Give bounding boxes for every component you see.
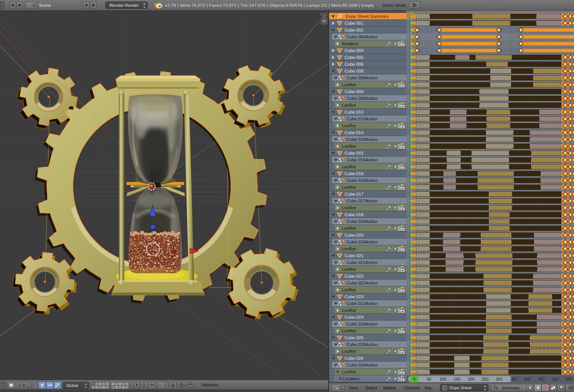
svg-text:450: 450 bbox=[538, 377, 545, 381]
svg-text:150: 150 bbox=[454, 377, 460, 381]
svg-text:X Location: X Location bbox=[339, 376, 359, 381]
svg-text:0: 0 bbox=[413, 377, 416, 381]
svg-text:Cube.026Action: Cube.026Action bbox=[346, 363, 378, 367]
svg-text:Cube.024Action: Cube.024Action bbox=[346, 322, 378, 326]
svg-text:LocRot: LocRot bbox=[342, 288, 356, 292]
svg-text:LocRot: LocRot bbox=[342, 164, 356, 169]
svg-text:LocRot: LocRot bbox=[342, 185, 356, 190]
svg-text:LocRot: LocRot bbox=[342, 267, 356, 272]
svg-text:Cube.009Action: Cube.009Action bbox=[346, 96, 378, 101]
svg-text:Cube.021Action: Cube.021Action bbox=[346, 260, 378, 265]
svg-text:LocRot: LocRot bbox=[342, 103, 356, 107]
svg-text:Cube.009: Cube.009 bbox=[345, 89, 364, 94]
svg-text:100: 100 bbox=[440, 377, 446, 381]
svg-text:LocRot: LocRot bbox=[342, 370, 356, 374]
svg-text:LocRot: LocRot bbox=[342, 144, 356, 149]
svg-text:550: 550 bbox=[566, 377, 573, 381]
svg-text:LocRot: LocRot bbox=[342, 349, 356, 354]
svg-text:Cube.024: Cube.024 bbox=[345, 315, 364, 319]
svg-text:Cube.014: Cube.014 bbox=[345, 130, 364, 135]
svg-text:Cube.002: Cube.002 bbox=[345, 28, 364, 32]
svg-text:Cube.004: Cube.004 bbox=[345, 48, 364, 53]
svg-text:Cube.017Action: Cube.017Action bbox=[346, 199, 378, 203]
svg-text:Cube.016: Cube.016 bbox=[345, 171, 364, 176]
svg-text:LocRot: LocRot bbox=[342, 123, 356, 128]
svg-text:Cube.008: Cube.008 bbox=[345, 69, 364, 73]
svg-text:Cube.025: Cube.025 bbox=[345, 335, 364, 340]
svg-text:Cube.015: Cube.015 bbox=[345, 151, 364, 155]
svg-text:Cube.016Action: Cube.016Action bbox=[346, 178, 378, 183]
svg-text:Cube.025Action: Cube.025Action bbox=[346, 342, 378, 347]
svg-text:Dope Sheet Summary: Dope Sheet Summary bbox=[346, 14, 389, 19]
svg-text:250: 250 bbox=[482, 377, 489, 381]
svg-text:Cube.001: Cube.001 bbox=[345, 21, 364, 25]
svg-text:LocRot: LocRot bbox=[342, 247, 356, 251]
svg-text:Cube.004Action: Cube.004Action bbox=[346, 35, 378, 39]
svg-text:Cube.023Action: Cube.023Action bbox=[346, 301, 378, 306]
svg-text:Cube.014Action: Cube.014Action bbox=[346, 137, 378, 142]
svg-text:200: 200 bbox=[468, 377, 474, 381]
svg-text:50: 50 bbox=[427, 377, 431, 381]
svg-text:Rotation: Rotation bbox=[342, 41, 358, 46]
svg-text:300: 300 bbox=[496, 377, 503, 381]
svg-text:Cube.022: Cube.022 bbox=[345, 274, 364, 278]
svg-text:LocRot: LocRot bbox=[342, 329, 356, 333]
svg-text:Cube.022Action: Cube.022Action bbox=[346, 281, 378, 285]
svg-text:Cube.005: Cube.005 bbox=[345, 55, 364, 60]
svg-text:Cube.023: Cube.023 bbox=[345, 294, 364, 299]
svg-text:LocRot: LocRot bbox=[342, 82, 356, 87]
svg-text:Cube.017: Cube.017 bbox=[345, 192, 364, 196]
svg-text:Cube.026: Cube.026 bbox=[345, 356, 364, 360]
svg-text:350: 350 bbox=[510, 377, 517, 381]
svg-text:Cube.020Action: Cube.020Action bbox=[346, 240, 378, 244]
svg-text:Cube.008Action: Cube.008Action bbox=[346, 76, 378, 80]
svg-text:Cube.020: Cube.020 bbox=[345, 233, 364, 237]
svg-text:Cube.006: Cube.006 bbox=[345, 62, 364, 66]
svg-text:Cube.010: Cube.010 bbox=[345, 110, 364, 114]
svg-text:LocRot: LocRot bbox=[342, 226, 356, 231]
svg-text:Cube.018: Cube.018 bbox=[345, 212, 364, 217]
svg-text:Cube.015Action: Cube.015Action bbox=[346, 158, 378, 162]
svg-text:400: 400 bbox=[524, 377, 531, 381]
svg-text:500: 500 bbox=[552, 377, 559, 381]
svg-text:Cube.021: Cube.021 bbox=[345, 253, 364, 258]
svg-text:LocRot: LocRot bbox=[342, 308, 356, 313]
svg-text:Cube.010Action: Cube.010Action bbox=[346, 117, 378, 121]
svg-text:LocRot: LocRot bbox=[342, 205, 356, 210]
svg-text:Cube.018Action: Cube.018Action bbox=[346, 219, 378, 224]
